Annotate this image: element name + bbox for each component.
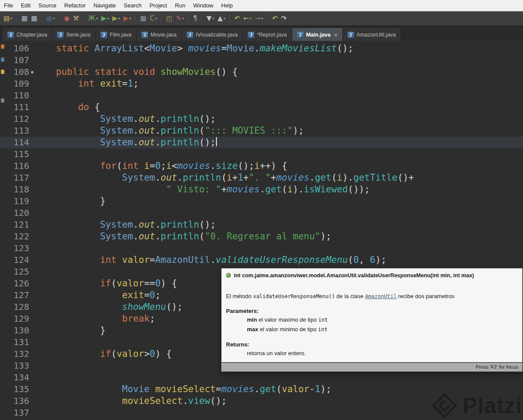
run-icon[interactable]: ▶▾ — [100, 13, 110, 24]
code-line-135[interactable]: 135 Movie movieSelect=movies.get(valor-1… — [0, 383, 523, 395]
code-line-109[interactable]: 109 int exit=1; — [0, 78, 523, 90]
line-number[interactable]: 118 — [0, 184, 29, 195]
save-all-icon[interactable]: ▩ — [30, 13, 38, 24]
next-annotation-icon[interactable]: ▼▾ — [205, 13, 216, 24]
line-number[interactable]: 133 — [0, 360, 29, 372]
back-history-icon[interactable]: ←▾ — [242, 13, 253, 24]
tab-ivisualizable-java[interactable]: JIVisualizable.java — [182, 28, 243, 41]
line-number[interactable]: 114 — [0, 137, 29, 148]
skip-breakpoints-icon[interactable]: ◉ — [63, 13, 71, 24]
line-number[interactable]: 107 — [0, 54, 29, 66]
dropdown-caret-icon[interactable]: ▾ — [250, 17, 251, 20]
line-number[interactable]: 127 — [0, 289, 29, 301]
forward-history-icon[interactable]: →▾ — [253, 13, 264, 24]
line-number[interactable]: 135 — [0, 383, 29, 395]
line-number[interactable]: 137 — [0, 407, 29, 419]
tab-serie-java[interactable]: JSerie.java — [52, 28, 96, 41]
code-line-110[interactable]: 110 — [0, 90, 523, 101]
line-number[interactable]: 113 — [0, 125, 29, 137]
line-number[interactable]: 125 — [0, 266, 29, 278]
line-number[interactable]: 131 — [0, 336, 29, 348]
code-line-124[interactable]: 124 int valor=AmazonUtil.validateUserRes… — [0, 254, 523, 266]
code-line-113[interactable]: 113 System.out.println("::: MOVIES :::")… — [0, 125, 523, 137]
dropdown-caret-icon[interactable]: ▾ — [53, 17, 55, 20]
line-number[interactable]: 115 — [0, 148, 29, 160]
menu-help[interactable]: Help — [217, 0, 237, 10]
close-tab-icon[interactable]: × — [334, 32, 337, 38]
line-number[interactable]: 109 — [0, 78, 29, 90]
line-number[interactable]: 111 — [0, 101, 29, 113]
line-number[interactable]: 122 — [0, 231, 29, 242]
line-number[interactable]: 134 — [0, 372, 29, 383]
line-number[interactable]: 121 — [0, 219, 29, 231]
line-number[interactable]: 106 — [0, 43, 29, 54]
line-number[interactable]: 112 — [0, 113, 29, 125]
show-whitespace-icon[interactable]: ¶ — [192, 13, 199, 24]
code-line-106[interactable]: 106 static ArrayList<Movie> movies=Movie… — [0, 43, 523, 54]
menu-source[interactable]: Source — [34, 0, 60, 10]
line-number[interactable]: 120 — [0, 207, 29, 219]
undo-icon[interactable]: ↶ — [271, 13, 279, 24]
coverage-icon[interactable]: ▶▾ — [111, 13, 121, 24]
tab-report-java[interactable]: J*Report.java — [243, 28, 292, 41]
publish-sphere-icon[interactable]: ◍▾ — [45, 13, 56, 24]
dropdown-caret-icon[interactable]: ▾ — [261, 17, 263, 20]
code-line-137[interactable]: 137 — [0, 407, 523, 419]
code-line-116[interactable]: 116 for(int i=0;i<movies.size();i++) { — [0, 160, 523, 172]
line-number[interactable]: 136 — [0, 395, 29, 407]
menu-edit[interactable]: Edit — [17, 0, 34, 10]
dropdown-caret-icon[interactable]: ▾ — [118, 17, 120, 20]
redo-icon[interactable]: ↷ — [280, 13, 288, 24]
line-number[interactable]: 126 — [0, 278, 29, 289]
coverage-grid-icon[interactable]: ▦ — [139, 13, 148, 24]
code-line-120[interactable]: 120 — [0, 207, 523, 219]
build-icon[interactable]: ⚒ — [72, 13, 80, 24]
line-number[interactable]: 108 — [0, 66, 29, 78]
code-line-122[interactable]: 122 System.out.println("0. Regresar al m… — [0, 231, 523, 242]
prev-annotation-icon[interactable]: ▲▾ — [216, 13, 227, 24]
code-line-134[interactable]: 134 — [0, 372, 523, 383]
tab-chapter-java[interactable]: JChapter.java — [3, 28, 52, 41]
dropdown-caret-icon[interactable]: ▾ — [223, 17, 225, 20]
code-line-108[interactable]: 108 public static void showMovies() { — [0, 66, 523, 78]
dropdown-caret-icon[interactable]: ▾ — [10, 17, 12, 20]
code-line-107[interactable]: 107 — [0, 54, 523, 66]
brush-icon[interactable]: ✎▾ — [175, 13, 186, 24]
line-number[interactable]: 124 — [0, 254, 29, 266]
code-line-115[interactable]: 115 — [0, 148, 523, 160]
tab-film-java[interactable]: JFilm.java — [96, 28, 137, 41]
line-number[interactable]: 128 — [0, 301, 29, 313]
code-line-119[interactable]: 119 } — [0, 195, 523, 207]
last-edit-location-icon[interactable]: ↶ — [233, 13, 241, 24]
line-number[interactable]: 119 — [0, 195, 29, 207]
code-line-136[interactable]: 136 movieSelect.view(); — [0, 395, 523, 407]
dropdown-caret-icon[interactable]: ▾ — [155, 17, 157, 20]
line-number[interactable]: 116 — [0, 160, 29, 172]
dropdown-caret-icon[interactable]: ▾ — [96, 17, 98, 20]
line-number[interactable]: 132 — [0, 348, 29, 360]
code-line-111[interactable]: 111 do { — [0, 101, 523, 113]
menu-refactor[interactable]: Refactor — [61, 0, 90, 10]
dropdown-caret-icon[interactable]: ▾ — [107, 17, 109, 20]
profile-icon[interactable]: ▶▾ — [122, 13, 133, 24]
code-line-117[interactable]: 117 System.out.println(i+1+". "+movies.g… — [0, 172, 523, 184]
tab-amazonutil-java[interactable]: JAmazonUtil.java — [343, 28, 401, 41]
dropdown-caret-icon[interactable]: ▾ — [213, 17, 214, 20]
line-number[interactable]: 130 — [0, 325, 29, 336]
save-icon[interactable]: ▦ — [20, 13, 29, 24]
line-number[interactable]: 110 — [0, 90, 29, 101]
tab-main-java[interactable]: JMain.java× — [292, 28, 343, 41]
debug-icon[interactable]: Ж▾ — [87, 13, 99, 24]
line-number[interactable]: 129 — [0, 313, 29, 325]
new-class-icon[interactable]: C▾ — [148, 13, 159, 24]
open-type-icon[interactable]: ◰ — [165, 13, 174, 24]
code-line-118[interactable]: 118 " Visto: "+movies.get(i).isWiewed())… — [0, 184, 523, 195]
amazonutil-link[interactable]: AmazonUtil — [365, 293, 396, 299]
menu-file[interactable]: File — [0, 0, 17, 10]
menu-run[interactable]: Run — [171, 0, 189, 10]
code-line-114[interactable]: 114 System.out.println(); — [0, 137, 523, 148]
menu-search[interactable]: Search — [120, 0, 145, 10]
line-number[interactable]: 123 — [0, 242, 29, 254]
new-wizard-icon[interactable]: ▤▾ — [2, 13, 13, 24]
code-line-121[interactable]: 121 System.out.println(); — [0, 219, 523, 231]
